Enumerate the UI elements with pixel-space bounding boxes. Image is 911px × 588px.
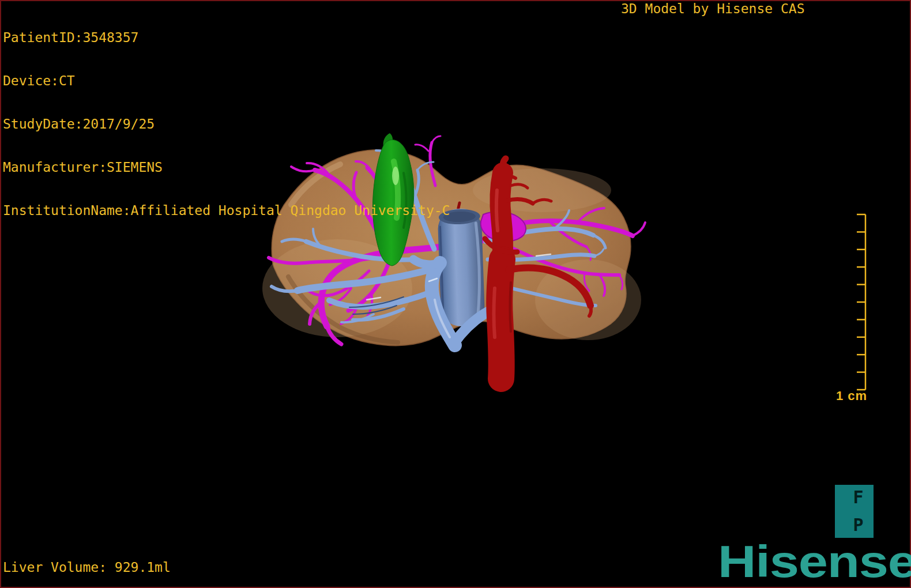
liver-volume-text: Liver Volume: 929.1ml — [3, 560, 171, 575]
orientation-marker: F P — [835, 485, 874, 538]
study-metadata: PatientID:3548357 Device:CT StudyDate:20… — [3, 2, 450, 247]
viewer-frame: PatientID:3548357 Device:CT StudyDate:20… — [0, 0, 911, 588]
hisense-logo: Hisense — [718, 541, 911, 584]
orientation-p-label: P — [853, 518, 863, 533]
device-text: Device:CT — [3, 74, 450, 88]
patient-id-text: PatientID:3548357 — [3, 31, 450, 45]
institution-text: InstitutionName:Affiliated Hospital Qing… — [3, 203, 450, 218]
model-credit-text: 3D Model by Hisense CAS — [621, 2, 805, 16]
scale-bar-label: 1 cm — [831, 389, 872, 404]
study-date-text: StudyDate:2017/9/25 — [3, 117, 450, 131]
orientation-f-label: F — [853, 490, 863, 505]
manufacturer-text: Manufacturer:SIEMENS — [3, 160, 450, 175]
scale-bar — [857, 214, 865, 390]
